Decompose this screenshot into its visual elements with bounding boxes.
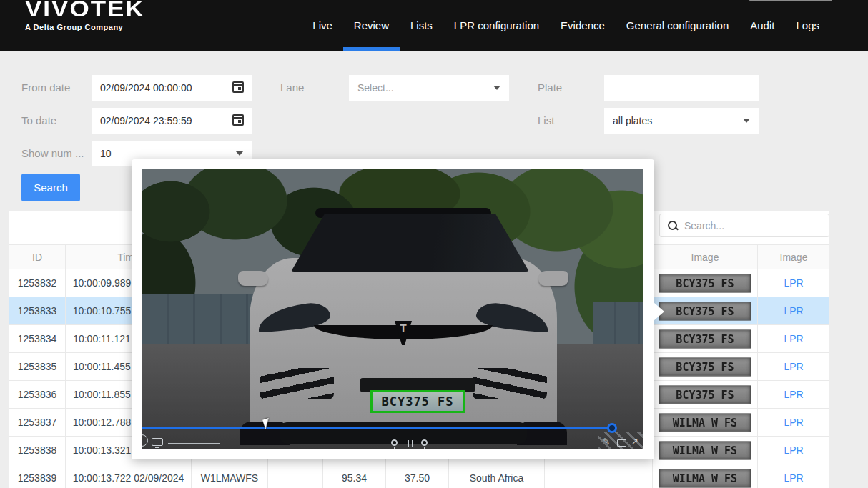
nav-item-general-configuration[interactable]: General configuration [616,0,739,51]
cell-image: WILMA W FS [653,464,758,488]
nav-item-live[interactable]: Live [302,0,343,51]
pencil-icon[interactable]: ✎ [603,437,610,447]
cell-image: WILMA W FS [653,409,758,436]
monitor-icon[interactable] [152,438,163,446]
from-date-input[interactable] [92,75,252,101]
lpr-link[interactable]: LPR [784,277,803,289]
lpr-link[interactable]: LPR [784,444,803,456]
cell-lpr: LPR [758,437,829,464]
lpr-link[interactable]: LPR [784,417,803,428]
show-num-select-value: 10 [100,148,112,159]
nav-item-review[interactable]: Review [343,0,400,51]
nav-item-lpr-configuration[interactable]: LPR configuration [443,0,550,51]
cell-extra [268,464,323,488]
detection-line[interactable] [142,427,616,429]
caret-down-icon [493,86,500,90]
pause-icon[interactable] [408,440,413,447]
caret-down-icon [743,119,750,123]
cell-id: 1253837 [9,409,66,436]
plate-thumbnail[interactable]: WILMA W FS [659,441,751,459]
search-icon [667,220,679,231]
cell-id: 1253835 [9,353,66,380]
cell-image: BCY375 FS [653,297,758,324]
cell-image: BCY375 FS [653,325,758,352]
cell-time: 10:00:13.722 02/09/2024 [66,464,192,488]
cell-id: 1253833 [9,297,66,324]
lpr-link[interactable]: LPR [784,361,803,372]
caret-down-icon [236,151,243,156]
cell-lpr: LPR [758,464,829,488]
timeline-scrubber[interactable] [168,443,220,444]
plate-thumbnail[interactable]: BCY375 FS [659,385,751,404]
cell-image: BCY375 FS [653,381,758,408]
frame-icon[interactable] [617,439,626,447]
cell-confidence: 95.34 [323,464,386,488]
nav-item-evidence[interactable]: Evidence [550,0,616,51]
nav-item-logs[interactable]: Logs [785,0,830,51]
table-search-input[interactable] [684,220,820,231]
resize-icon[interactable]: ↗ [631,437,638,447]
to-date-input[interactable] [92,108,252,134]
cell-id: 1253834 [9,325,66,352]
cell-confidence: 37.50 [386,464,449,488]
lpr-link[interactable]: LPR [784,333,803,344]
plate-bounding-box: BCY375 FS [370,390,465,413]
brand-tagline: A Delta Group Company [25,23,145,31]
popup-callout-arrow [654,302,664,321]
from-date-label: From date [21,81,70,94]
nav-item-lists[interactable]: Lists [400,0,443,51]
plate-thumbnail[interactable]: BCY375 FS [659,357,751,376]
plate-input[interactable] [604,75,759,101]
cell-lpr: LPR [758,353,829,380]
cell-id: 1253832 [9,269,66,297]
search-button[interactable]: Search [21,174,80,201]
plate-field[interactable] [604,75,759,101]
plate-thumbnail[interactable]: BCY375 FS [659,329,751,348]
cell-lpr: LPR [758,269,829,297]
from-date-field[interactable] [92,75,252,101]
lpr-link[interactable]: LPR [784,389,803,400]
vehicle-image-popup: T BCY375 FS ✎ ↗ [132,159,654,459]
table-row[interactable]: 1253839 10:00:13.722 02/09/2024 W1LMAWFS… [9,464,829,488]
vehicle-photo[interactable]: T BCY375 FS ✎ ↗ [142,169,643,449]
vivotek-wordmark: VIVOTEK [25,0,145,21]
calendar-icon[interactable] [232,81,244,93]
list-select[interactable]: all plates [604,108,759,134]
plate-thumbnail[interactable]: WILMA W FS [659,469,751,487]
show-num-label: Show num ... [21,147,84,159]
column-header-image[interactable]: Image [653,245,758,269]
lpr-link[interactable]: LPR [784,472,803,484]
to-date-label: To date [21,114,56,126]
lpr-link[interactable]: LPR [784,305,803,317]
list-label: List [538,114,554,126]
cell-lpr: LPR [758,409,829,436]
nav-item-audit[interactable]: Audit [739,0,785,51]
detection-line-endpoint-icon[interactable] [607,423,617,433]
cell-lpr: LPR [758,381,829,408]
cell-plate: W1LMAWFS [192,464,268,488]
list-select-value: all plates [613,115,652,126]
lpr-review-screen: VIVOTEK A Delta Group Company Live Revie… [0,0,868,488]
column-header-id[interactable]: ID [9,245,66,269]
hook-icon[interactable] [421,439,428,446]
lane-select[interactable]: Select... [349,75,509,101]
plate-thumbnail[interactable]: BCY375 FS [659,274,751,292]
cell-id: 1253838 [9,437,66,464]
cell-lpr: LPR [758,325,829,352]
cell-extra [545,464,653,488]
lane-label: Lane [280,81,304,94]
table-search-box[interactable] [659,214,829,237]
column-header-image[interactable]: Image [758,245,829,269]
cell-image: BCY375 FS [653,269,758,297]
cutoff-element-edge [749,0,832,1]
hook-icon[interactable] [391,439,398,446]
lane-select-value: Select... [357,82,394,94]
plate-thumbnail[interactable]: BCY375 FS [659,302,751,320]
main-nav: Live Review Lists LPR configuration Evid… [302,0,830,51]
calendar-icon[interactable] [232,114,244,126]
top-navigation-bar: VIVOTEK A Delta Group Company Live Revie… [0,0,868,51]
cell-id: 1253839 [9,464,66,488]
to-date-field[interactable] [92,108,252,134]
cell-lpr: LPR [758,297,829,324]
plate-thumbnail[interactable]: WILMA W FS [659,413,751,432]
